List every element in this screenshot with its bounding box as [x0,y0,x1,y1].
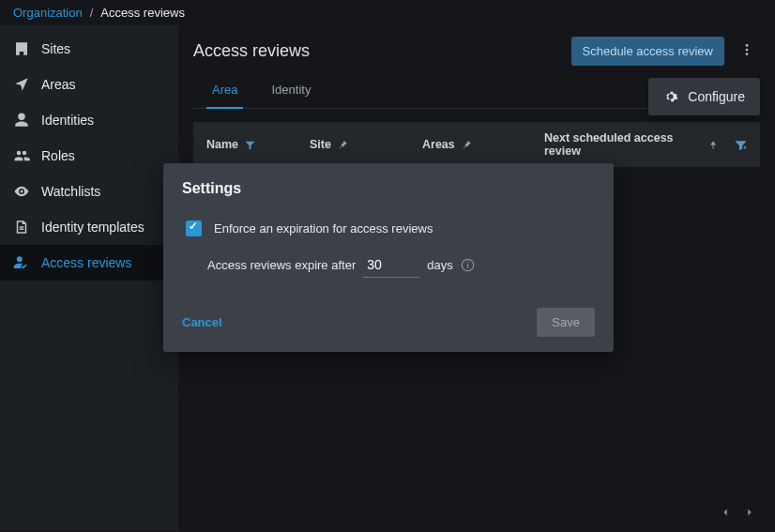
sidebar-item-identities[interactable]: Identities [0,102,178,138]
breadcrumb: Organization / Access reviews [0,0,775,25]
info-icon[interactable] [461,258,475,272]
eye-icon [13,183,30,200]
breadcrumb-org-link[interactable]: Organization [13,6,83,20]
chevron-right-icon [743,506,756,519]
configure-menu-item[interactable]: Configure [648,78,760,115]
pin-icon[interactable] [461,139,473,151]
sidebar-item-roles[interactable]: Roles [0,138,178,174]
sidebar-item-label: Areas [41,77,76,92]
col-areas-header[interactable]: Areas [422,138,455,151]
sidebar-item-identity-templates[interactable]: Identity templates [0,209,178,245]
configure-label: Configure [688,89,745,104]
clear-filters-icon[interactable] [735,139,747,151]
expire-suffix-label: days [427,258,452,272]
gear-icon [663,89,678,104]
sidebar-item-label: Identities [41,113,94,128]
sidebar-item-sites[interactable]: Sites [0,31,178,67]
breadcrumb-current: Access reviews [100,6,185,20]
location-arrow-icon [13,76,30,93]
building-icon [13,40,30,57]
pin-icon[interactable] [337,139,349,151]
sort-up-icon[interactable] [707,139,719,151]
svg-point-1 [746,49,749,52]
breadcrumb-separator: / [90,6,94,20]
sidebar-item-areas[interactable]: Areas [0,67,178,102]
table-header: Name Site Areas Next scheduled access re… [193,122,760,167]
sidebar-item-label: Sites [41,41,70,56]
expire-prefix-label: Access reviews expire after [207,258,356,272]
document-icon [13,219,30,236]
pager [719,506,756,522]
page-title: Access reviews [193,41,310,61]
person-icon [13,112,30,129]
sidebar-item-access-reviews[interactable]: Access reviews [0,245,178,281]
person-check-icon [13,254,30,271]
schedule-access-review-button[interactable]: Schedule access review [571,37,724,66]
enforce-expiration-label: Enforce an expiration for access reviews [214,221,433,236]
chevron-left-icon [719,506,732,519]
svg-point-0 [746,44,749,47]
pager-prev[interactable] [719,506,732,522]
save-button[interactable]: Save [537,308,595,337]
col-next-header[interactable]: Next scheduled access review [544,131,702,158]
modal-title: Settings [182,180,595,197]
pager-next[interactable] [743,506,756,522]
tab-identity[interactable]: Identity [271,73,311,108]
sidebar-item-label: Watchlists [41,184,100,199]
sidebar-item-label: Roles [41,148,75,163]
sidebar-item-label: Identity templates [41,220,144,235]
sidebar-item-watchlists[interactable]: Watchlists [0,174,178,209]
sidebar-item-label: Access reviews [41,255,131,270]
sidebar: Sites Areas Identities Roles Watchlists … [0,25,178,531]
enforce-expiration-checkbox[interactable] [186,220,202,236]
col-site-header[interactable]: Site [310,138,331,151]
col-name-header[interactable]: Name [206,138,238,151]
cancel-button[interactable]: Cancel [182,310,222,335]
filter-icon[interactable] [244,139,256,151]
svg-rect-5 [467,262,468,263]
people-icon [13,147,30,164]
more-button[interactable] [734,37,760,66]
tab-area[interactable]: Area [212,73,237,108]
svg-rect-4 [467,264,468,267]
settings-modal: Settings Enforce an expiration for acces… [163,163,614,352]
svg-point-2 [746,53,749,55]
expire-days-input[interactable] [363,252,419,278]
dots-vertical-icon [739,42,754,57]
